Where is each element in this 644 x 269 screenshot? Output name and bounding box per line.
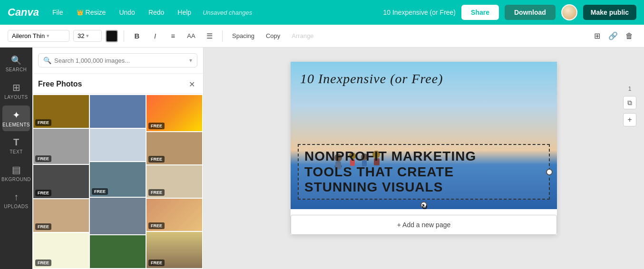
page-indicators: 1 ⧉ + [623, 86, 636, 126]
avatar[interactable] [561, 4, 577, 20]
canvas-wrapper: 10 Inexpensive (or Free) [291, 62, 557, 235]
undo-button[interactable]: Undo [115, 7, 138, 18]
canvas-area: 1 ⧉ + 10 Inexpensive (or Free) [204, 48, 644, 269]
main-body: 🔍 Search ⊞ Layouts ✦ Elements T Text ▤ B… [0, 48, 644, 269]
canvas-title-text[interactable]: 10 Inexpensive (or Free) [300, 71, 443, 86]
list-item[interactable]: FREE [146, 199, 202, 231]
list-item[interactable]: FREE [33, 199, 89, 232]
list-item[interactable]: FREE [146, 232, 202, 268]
sidebar-item-search[interactable]: 🔍 Search [2, 51, 30, 76]
sidebar-item-layouts[interactable]: ⊞ Layouts [2, 78, 30, 104]
media-panel: 🔍 ▾ Free Photos ✕ FREE FREE [32, 48, 204, 269]
spacing-button[interactable]: Spacing [228, 30, 258, 41]
copy-button[interactable]: Copy [262, 30, 284, 41]
canvas-text-selected[interactable]: NONPROFIT MARKETING TOOLS THAT CREATE ST… [298, 144, 550, 200]
toolbar-right-icons: ⊞ 🔗 🗑 [590, 29, 636, 43]
sidebar-item-elements-label: Elements [2, 122, 30, 127]
close-free-photos-button[interactable]: ✕ [186, 78, 197, 90]
free-badge: FREE [148, 156, 165, 163]
free-badge: FREE [35, 259, 51, 266]
font-family-selector[interactable]: Aileron Thin [8, 30, 69, 42]
free-badge: FREE [148, 222, 165, 229]
font-chevron-icon [47, 33, 49, 39]
file-menu[interactable]: File [49, 7, 67, 18]
top-navigation: Canva File 👑 Resize Undo Redo Help Unsav… [0, 0, 644, 25]
list-item[interactable]: FREE [33, 165, 89, 198]
free-badge: FREE [35, 155, 51, 162]
left-sidebar: 🔍 Search ⊞ Layouts ✦ Elements T Text ▤ B… [0, 48, 32, 269]
sidebar-item-background-label: Bkground [1, 177, 31, 182]
download-button[interactable]: Download [505, 5, 556, 20]
list-button[interactable]: ☰ [202, 29, 216, 43]
search-icon-input: 🔍 [43, 57, 51, 64]
separator-1 [124, 30, 124, 42]
sidebar-item-background[interactable]: ▤ Bkground [2, 160, 30, 186]
formatting-toolbar: Aileron Thin 32 B I ≡ AA ☰ Spacing Copy … [0, 25, 644, 48]
search-input[interactable] [54, 57, 186, 64]
add-new-page-button[interactable]: + Add a new page [291, 215, 557, 235]
grid-icon-button[interactable]: ⊞ [590, 29, 604, 43]
italic-button[interactable]: I [148, 29, 162, 43]
list-item[interactable]: FREE [146, 95, 202, 131]
rotation-handle[interactable]: ↻ [420, 202, 427, 208]
resize-button[interactable]: 👑 Resize [73, 7, 110, 18]
bold-button[interactable]: B [130, 29, 144, 43]
text-color-swatch[interactable] [106, 30, 118, 42]
font-name-label: Aileron Thin [12, 32, 45, 39]
canvas-main-text: NONPROFIT MARKETING TOOLS THAT CREATE ST… [304, 149, 543, 195]
list-item[interactable]: FREE [33, 129, 89, 164]
design-canvas[interactable]: 10 Inexpensive (or Free) [291, 62, 557, 209]
list-item[interactable]: FREE [90, 162, 146, 197]
align-button[interactable]: ≡ [166, 29, 180, 43]
free-badge: FREE [148, 123, 165, 129]
list-item[interactable]: FREE [33, 233, 89, 268]
delete-icon-button[interactable]: 🗑 [622, 29, 636, 43]
sidebar-item-text-label: Text [10, 149, 23, 154]
list-item[interactable]: FREE [146, 165, 202, 198]
sidebar-item-text[interactable]: T Text [2, 133, 30, 158]
text-size-button[interactable]: AA [184, 29, 198, 43]
search-bar[interactable]: 🔍 ▾ [38, 53, 197, 67]
help-button[interactable]: Help [174, 7, 195, 18]
sidebar-item-uploads[interactable]: ↑ Uploads [2, 188, 30, 213]
list-item[interactable] [90, 198, 146, 234]
free-badge: FREE [148, 259, 165, 266]
image-grid: FREE FREE FREE FREE FREE [32, 94, 203, 269]
sidebar-item-uploads-label: Uploads [4, 204, 28, 209]
list-item[interactable] [90, 129, 146, 162]
list-item[interactable]: FREE [33, 95, 89, 128]
elements-icon: ✦ [12, 109, 20, 121]
free-photos-header: Free Photos ✕ [32, 74, 203, 94]
share-button[interactable]: Share [461, 5, 499, 20]
separator-2 [222, 30, 223, 42]
canva-logo[interactable]: Canva [8, 6, 39, 19]
arrange-button[interactable]: Arrange [288, 30, 317, 41]
grid-column-3: FREE FREE FREE FREE FREE [146, 95, 202, 268]
page-copy-icon[interactable]: ⧉ [623, 96, 636, 109]
list-item[interactable] [90, 235, 146, 268]
sidebar-item-search-label: Search [6, 67, 27, 72]
page-add-icon[interactable]: + [623, 113, 636, 126]
sidebar-item-elements[interactable]: ✦ Elements [2, 106, 30, 131]
text-icon: T [13, 137, 19, 148]
list-item[interactable] [90, 95, 146, 128]
grid-column-2: FREE [90, 95, 146, 268]
crown-icon: 👑 [77, 9, 84, 16]
document-title: 10 Inexpensive (or Free) [383, 9, 456, 16]
make-public-button[interactable]: Make public [583, 5, 636, 20]
font-size-label: 32 [78, 32, 84, 39]
free-photos-title: Free Photos [38, 80, 82, 88]
link-icon-button[interactable]: 🔗 [606, 29, 620, 43]
redo-button[interactable]: Redo [145, 7, 168, 18]
unsaved-changes-label: Unsaved changes [203, 9, 252, 16]
resize-handle-right[interactable] [546, 169, 553, 175]
font-size-selector[interactable]: 32 [73, 30, 102, 42]
free-badge: FREE [92, 188, 108, 195]
background-icon: ▤ [12, 164, 21, 175]
free-badge: FREE [35, 223, 51, 230]
list-item[interactable]: FREE [146, 132, 202, 164]
search-chevron-icon[interactable]: ▾ [189, 57, 192, 64]
free-badge: FREE [35, 190, 51, 196]
uploads-icon: ↑ [14, 192, 19, 202]
free-badge: FREE [35, 119, 51, 126]
